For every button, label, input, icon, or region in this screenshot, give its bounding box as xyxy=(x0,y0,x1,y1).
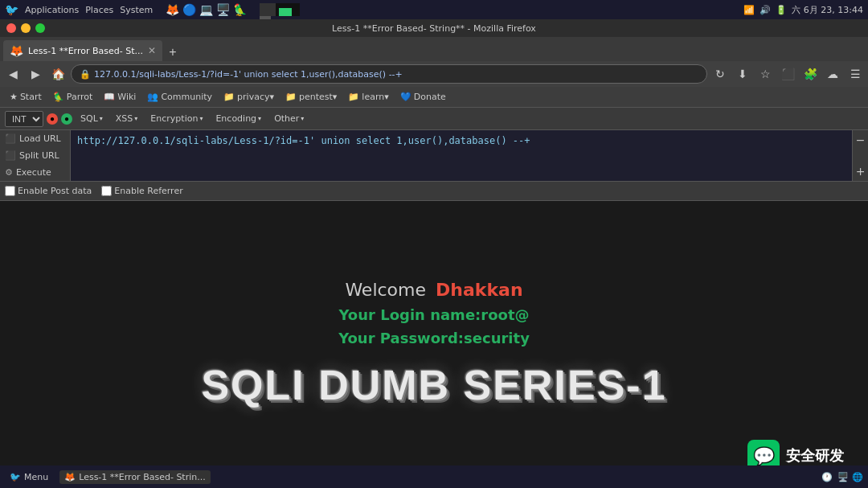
bottom-taskbar-firefox[interactable]: 🦊 Less-1 **Error Based- Strin... xyxy=(59,470,211,484)
nav-bar: ◀ ▶ 🏠 🔒 127.0.0.1/sqli-labs/Less-1/?id=-… xyxy=(0,61,868,87)
enable-referrer-label[interactable]: Enable Referrer xyxy=(101,186,182,196)
bookmark-start[interactable]: ★ Start xyxy=(5,90,47,104)
tab-close-button[interactable]: ✕ xyxy=(148,45,156,56)
download-button[interactable]: ⬇ xyxy=(733,64,752,84)
bookmark-start-label: Start xyxy=(20,92,42,102)
bookmark-pentest[interactable]: 📁 pentest▾ xyxy=(280,90,342,104)
firefox-window: Less-1 **Error Based- String** - Mozilla… xyxy=(0,19,868,488)
parrot-logo[interactable]: 🐦 xyxy=(5,3,18,16)
folder-privacy-icon: 📁 xyxy=(223,92,235,102)
bookmark-learn-label: learn▾ xyxy=(362,92,388,102)
bottom-menu[interactable]: 🐦 Menu xyxy=(5,470,53,484)
applications-menu[interactable]: Applications xyxy=(25,5,79,15)
bookmark-donate[interactable]: 💙 Donate xyxy=(395,90,451,104)
execute-button[interactable]: ⚙ Execute xyxy=(0,164,70,181)
hackbar-green-btn[interactable]: ● xyxy=(61,113,72,125)
encoding-menu[interactable]: Encoding ▾ xyxy=(211,113,266,125)
enable-post-label[interactable]: Enable Post data xyxy=(5,186,92,196)
system-menu[interactable]: System xyxy=(120,5,153,15)
bookmark-wiki[interactable]: 📖 Wiki xyxy=(99,90,141,104)
minimize-button[interactable] xyxy=(21,23,31,33)
encryption-menu-label: Encryption xyxy=(150,113,198,124)
login-name-display: Your Login name:root@ xyxy=(338,306,529,323)
active-tab[interactable]: 🦊 Less-1 **Error Based- St... ✕ xyxy=(3,40,162,61)
tab-bar: 🦊 Less-1 **Error Based- St... ✕ + xyxy=(0,37,868,61)
url-input-right: − + xyxy=(852,130,868,181)
os-topbar-left: 🐦 Applications Places System 🦊 🔵 💻 🖥️ 🦜 xyxy=(5,3,300,16)
home-button[interactable]: 🏠 xyxy=(48,64,68,84)
encryption-menu[interactable]: Encryption ▾ xyxy=(145,113,207,125)
back-button[interactable]: ◀ xyxy=(3,64,23,84)
sql-dropdown-icon: ▾ xyxy=(100,115,103,122)
password-display: Your Password:security xyxy=(338,330,530,347)
maximize-button[interactable] xyxy=(35,23,45,33)
star-icon: ★ xyxy=(10,92,18,102)
pocket-button[interactable]: ⬛ xyxy=(778,64,797,84)
welcome-message: Welcome Dhakkan xyxy=(345,280,522,300)
community-icon: 👥 xyxy=(147,92,158,102)
tab-label: Less-1 **Error Based- St... xyxy=(28,46,143,56)
xss-menu[interactable]: XSS ▾ xyxy=(111,113,143,125)
url-bar[interactable]: 🔒 127.0.0.1/sqli-labs/Less-1/?id=-1' uni… xyxy=(71,64,707,84)
split-url-button[interactable]: ⬛ Split URL xyxy=(0,147,70,164)
battery-icon: 🔋 xyxy=(776,5,787,15)
bottom-clock-icon: 🕐 xyxy=(821,472,833,482)
bottom-right: 🕐 🖥️🌐 xyxy=(821,472,863,482)
enable-referrer-checkbox[interactable] xyxy=(101,186,112,196)
xss-menu-label: XSS xyxy=(116,113,133,124)
menu-button[interactable]: ☰ xyxy=(845,64,865,84)
welcome-label: Welcome xyxy=(345,280,426,300)
bottom-menu-icon: 🐦 xyxy=(10,472,21,482)
split-url-label: Split URL xyxy=(19,150,59,161)
places-menu[interactable]: Places xyxy=(85,5,113,15)
bookmark-community[interactable]: 👥 Community xyxy=(142,90,217,104)
sync-button[interactable]: ☁ xyxy=(823,64,842,84)
bookmarks-bar: ★ Start 🦜 Parrot 📖 Wiki 👥 Community 📁 pr… xyxy=(0,87,868,108)
app-icons: 🦊 🔵 💻 🖥️ 🦜 xyxy=(166,3,247,16)
close-button[interactable] xyxy=(6,23,16,33)
plus-btn[interactable]: + xyxy=(853,165,868,178)
url-input-field[interactable]: http://127.0.0.1/sqli-labs/Less-1/?id=-1… xyxy=(71,130,852,181)
forward-button[interactable]: ▶ xyxy=(26,64,45,84)
load-url-icon: ⬛ xyxy=(5,133,16,144)
hackbar: INT ● ● SQL ▾ XSS ▾ Encryption ▾ Encodin… xyxy=(0,108,868,130)
bottom-taskbar-label: Less-1 **Error Based- Strin... xyxy=(79,472,206,482)
os-topbar: 🐦 Applications Places System 🦊 🔵 💻 🖥️ 🦜 … xyxy=(0,0,868,19)
parrot-icon: 🦜 xyxy=(53,92,64,102)
extensions-button[interactable]: 🧩 xyxy=(800,64,820,84)
minus-btn[interactable]: − xyxy=(853,133,868,146)
execute-icon: ⚙ xyxy=(5,167,13,178)
watermark-text: 安全研发 xyxy=(786,446,844,465)
username-display: Dhakkan xyxy=(436,280,523,300)
bookmark-privacy[interactable]: 📁 privacy▾ xyxy=(219,90,279,104)
hackbar-red-btn[interactable]: ● xyxy=(47,113,58,125)
donate-icon: 💙 xyxy=(400,92,411,102)
load-url-label: Load URL xyxy=(19,133,61,144)
os-bottombar: 🐦 Menu 🦊 Less-1 **Error Based- Strin... … xyxy=(0,465,868,488)
bottom-sys-icons: 🖥️🌐 xyxy=(837,472,863,482)
os-topbar-right: 📶 🔊 🔋 六 6月 23, 13:44 xyxy=(743,4,863,16)
datetime: 六 6月 23, 13:44 xyxy=(792,4,863,16)
sql-menu[interactable]: SQL ▾ xyxy=(76,113,108,125)
bookmark-privacy-label: privacy▾ xyxy=(237,92,274,102)
bookmark-donate-label: Donate xyxy=(414,92,446,102)
bookmark-learn[interactable]: 📁 learn▾ xyxy=(343,90,393,104)
new-tab-button[interactable]: + xyxy=(164,43,182,61)
reload-button[interactable]: ↻ xyxy=(710,64,730,84)
execute-label: Execute xyxy=(16,167,51,178)
bookmark-button[interactable]: ☆ xyxy=(755,64,775,84)
folder-learn-icon: 📁 xyxy=(348,92,359,102)
network-icon: 📶 xyxy=(743,5,755,15)
title-bar: Less-1 **Error Based- String** - Mozilla… xyxy=(0,19,868,37)
split-url-icon: ⬛ xyxy=(5,150,16,161)
bookmark-wiki-label: Wiki xyxy=(117,92,136,102)
load-url-button[interactable]: ⬛ Load URL xyxy=(0,130,70,147)
url-input-area: ⬛ Load URL ⬛ Split URL ⚙ Execute http://… xyxy=(0,130,868,182)
bookmark-parrot[interactable]: 🦜 Parrot xyxy=(48,90,98,104)
sql-menu-label: SQL xyxy=(80,113,98,124)
encoding-dropdown-icon: ▾ xyxy=(258,115,261,122)
enable-referrer-text: Enable Referrer xyxy=(114,186,182,196)
int-mode-select[interactable]: INT xyxy=(5,111,43,127)
other-menu[interactable]: Other ▾ xyxy=(269,113,309,125)
enable-post-checkbox[interactable] xyxy=(5,186,15,196)
